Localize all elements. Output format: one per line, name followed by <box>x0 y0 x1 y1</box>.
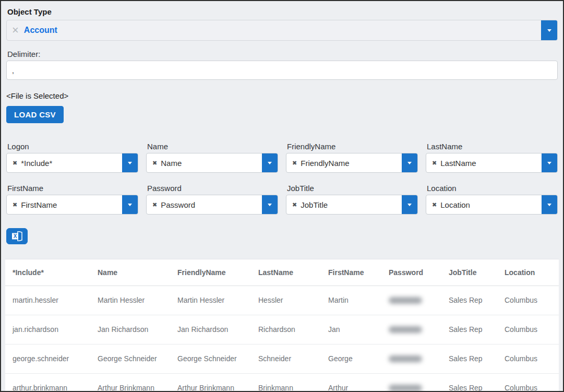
remove-tag-icon[interactable]: ✖ <box>13 160 17 166</box>
column-header-location: Location <box>497 259 559 286</box>
dropdown-button[interactable] <box>262 195 278 214</box>
remove-tag-icon[interactable]: ✖ <box>152 202 157 208</box>
column-header-jobtitle: JobTitle <box>441 259 497 286</box>
cell-lastname: Hessler <box>251 286 321 315</box>
cell-name: George Schneider <box>90 344 170 373</box>
column-header-password: Password <box>381 259 441 286</box>
svg-text:X: X <box>13 233 17 239</box>
dropdown-button[interactable] <box>542 195 557 214</box>
export-excel-button[interactable]: X <box>6 228 28 244</box>
object-type-select[interactable]: × Account <box>6 20 558 41</box>
mapping-password: Password ✖ Password <box>146 184 278 215</box>
table-row[interactable]: martin.hessler Martin Hessler Martin Hes… <box>5 286 559 315</box>
dropdown-button[interactable] <box>542 153 557 172</box>
preview-table: *Include* Name FriendlyName LastName Fir… <box>5 259 559 392</box>
remove-tag-icon[interactable]: ✖ <box>292 202 297 208</box>
cell-location: Columbus <box>497 344 559 373</box>
mapping-select-jobtitle[interactable]: ✖ JobTitle <box>286 195 418 215</box>
mapping-value: Password <box>161 200 195 209</box>
mapping-jobtitle: JobTitle ✖ JobTitle <box>286 184 418 215</box>
mapping-label: FirstName <box>7 184 138 193</box>
chevron-down-icon <box>128 162 132 164</box>
mapping-label: Location <box>427 184 558 193</box>
dropdown-button[interactable] <box>402 153 417 172</box>
mapping-label: LastName <box>427 142 558 151</box>
cell-name: Arthur Brinkmann <box>90 373 170 392</box>
cell-lastname: Richardson <box>251 315 321 344</box>
table-row[interactable]: arthur.brinkmann Arthur Brinkmann Arthur… <box>5 373 559 392</box>
dropdown-button[interactable] <box>122 153 138 172</box>
dropdown-button[interactable] <box>262 153 278 172</box>
mapping-location: Location ✖ Location <box>426 184 558 215</box>
cell-firstname: Martin <box>321 286 381 315</box>
cell-name: Jan Richardson <box>90 315 170 344</box>
password-redacted-blob <box>389 297 422 304</box>
mapping-label: Logon <box>7 142 138 151</box>
cell-include: jan.richardson <box>5 315 90 344</box>
cell-jobtitle: Sales Rep <box>441 373 497 392</box>
cell-firstname: George <box>321 344 381 373</box>
column-header-name: Name <box>90 259 170 286</box>
cell-friendly: Jan Richardson <box>170 315 251 344</box>
remove-tag-icon[interactable]: ✖ <box>152 160 157 166</box>
cell-location: Columbus <box>497 315 559 344</box>
cell-include: arthur.brinkmann <box>5 373 90 392</box>
password-redacted-blob <box>389 385 422 391</box>
close-icon[interactable]: × <box>12 25 19 36</box>
remove-tag-icon[interactable]: ✖ <box>13 202 17 208</box>
mapping-select-firstname[interactable]: ✖ FirstName <box>6 195 138 215</box>
mapping-select-name[interactable]: ✖ Name <box>146 153 278 173</box>
dropdown-button[interactable] <box>122 195 138 214</box>
column-header-include: *Include* <box>5 259 90 286</box>
field-mapping-grid: Logon ✖ *Include* Name ✖ Name FriendlyNa… <box>6 142 558 215</box>
preview-table-container: *Include* Name FriendlyName LastName Fir… <box>5 259 559 392</box>
mapping-logon: Logon ✖ *Include* <box>6 142 138 173</box>
mapping-select-lastname[interactable]: ✖ LastName <box>426 153 558 173</box>
object-type-value: Account <box>24 26 57 35</box>
mapping-firstname: FirstName ✖ FirstName <box>6 184 138 215</box>
cell-friendly: Arthur Brinkmann <box>170 373 251 392</box>
mapping-name: Name ✖ Name <box>146 142 278 173</box>
chevron-down-icon <box>547 162 551 164</box>
cell-firstname: Jan <box>321 315 381 344</box>
file-status-text: <File is Selected> <box>6 91 558 100</box>
chevron-down-icon <box>407 204 412 206</box>
password-redacted-blob <box>389 326 422 333</box>
column-header-friendlyname: FriendlyName <box>170 259 251 286</box>
load-csv-button[interactable]: LOAD CSV <box>6 106 64 123</box>
mapping-select-logon[interactable]: ✖ *Include* <box>6 153 138 173</box>
chevron-down-icon <box>268 204 272 206</box>
cell-name: Martin Hessler <box>90 286 170 315</box>
mapping-value: LastName <box>440 159 476 168</box>
mapping-select-password[interactable]: ✖ Password <box>146 195 278 215</box>
mapping-value: FirstName <box>21 200 57 209</box>
mapping-label: FriendlyName <box>287 142 418 151</box>
mapping-value: Name <box>161 159 182 168</box>
cell-password <box>381 315 441 344</box>
mapping-label: JobTitle <box>287 184 418 193</box>
chevron-down-icon <box>268 162 272 164</box>
delimiter-label: Delimiter: <box>7 50 558 58</box>
cell-location: Columbus <box>497 286 559 315</box>
mapping-select-friendlyname[interactable]: ✖ FriendlyName <box>286 153 418 173</box>
chevron-down-icon <box>407 162 412 164</box>
column-header-firstname: FirstName <box>321 259 381 286</box>
remove-tag-icon[interactable]: ✖ <box>292 160 297 166</box>
cell-jobtitle: Sales Rep <box>441 315 497 344</box>
object-type-dropdown-button[interactable] <box>541 20 557 40</box>
remove-tag-icon[interactable]: ✖ <box>432 202 437 208</box>
remove-tag-icon[interactable]: ✖ <box>432 160 437 166</box>
cell-jobtitle: Sales Rep <box>441 286 497 315</box>
cell-password <box>381 344 441 373</box>
dropdown-button[interactable] <box>402 195 417 214</box>
mapping-friendlyname: FriendlyName ✖ FriendlyName <box>286 142 418 173</box>
mapping-value: Location <box>440 200 470 209</box>
table-row[interactable]: george.schneider George Schneider George… <box>5 344 559 373</box>
cell-include: george.schneider <box>5 344 90 373</box>
delimiter-input[interactable] <box>6 61 558 80</box>
cell-password <box>381 373 441 392</box>
cell-firstname: Arthur <box>321 373 381 392</box>
mapping-select-location[interactable]: ✖ Location <box>426 195 558 215</box>
table-row[interactable]: jan.richardson Jan Richardson Jan Richar… <box>5 315 559 344</box>
mapping-lastname: LastName ✖ LastName <box>426 142 558 173</box>
